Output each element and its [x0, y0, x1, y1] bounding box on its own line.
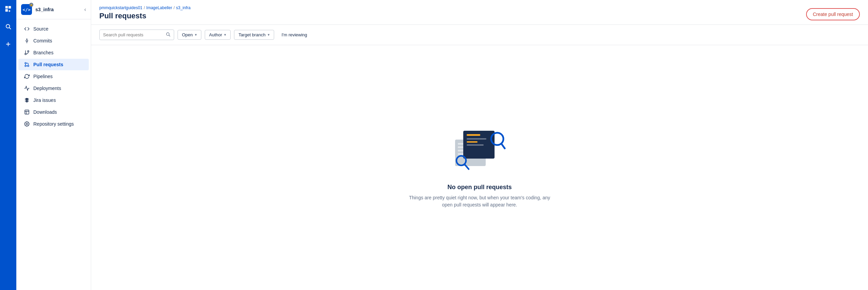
empty-state-description: Things are pretty quiet right now, but w… — [408, 194, 551, 209]
repo-name: s3_infra — [35, 7, 54, 12]
sidebar-item-source-label: Source — [33, 26, 48, 32]
svg-point-4 — [26, 40, 28, 41]
lock-badge: 🔒 — [29, 3, 33, 7]
sidebar-item-commits-label: Commits — [33, 38, 52, 43]
icon-bar — [0, 0, 16, 290]
search-icon[interactable] — [3, 21, 14, 32]
collapse-icon[interactable]: ‹ — [84, 6, 86, 13]
svg-line-1 — [9, 28, 11, 29]
sidebar-item-branches-label: Branches — [33, 50, 53, 55]
reviewing-filter[interactable]: I'm reviewing — [278, 30, 311, 39]
sidebar-item-branches[interactable]: Branches — [18, 47, 89, 58]
svg-rect-14 — [25, 110, 29, 114]
sidebar-nav: Source Commits Branches — [16, 19, 91, 290]
sidebar-item-jira-issues[interactable]: Jira issues — [18, 94, 89, 106]
jira-issues-icon — [24, 97, 30, 103]
sidebar-item-deployments-label: Deployments — [33, 86, 61, 91]
sidebar-item-downloads-label: Downloads — [33, 109, 57, 115]
empty-state: No open pull requests Things are pretty … — [91, 45, 868, 290]
svg-line-19 — [169, 35, 170, 36]
downloads-icon — [24, 109, 30, 115]
breadcrumb-org[interactable]: pmmquickstartguides01 — [99, 5, 143, 10]
illustration-magnifier-large — [488, 131, 506, 152]
sidebar-item-commits[interactable]: Commits — [18, 35, 89, 47]
svg-point-17 — [26, 123, 28, 125]
illustration-magnifier-small — [455, 155, 471, 173]
empty-state-title: No open pull requests — [447, 184, 512, 191]
sidebar-item-pipelines-label: Pipelines — [33, 74, 53, 79]
author-filter-label: Author — [209, 32, 222, 37]
svg-line-21 — [501, 144, 505, 148]
reviewing-filter-label: I'm reviewing — [282, 32, 307, 37]
add-icon[interactable] — [3, 39, 14, 50]
pipelines-icon — [24, 73, 30, 79]
deployments-icon — [24, 85, 30, 91]
branches-icon — [24, 50, 30, 56]
sidebar-item-source[interactable]: Source — [18, 23, 89, 35]
breadcrumb-repo2[interactable]: s3_infra — [176, 5, 190, 10]
repo-icon: </> 🔒 — [21, 4, 32, 15]
status-filter[interactable]: Open ▾ — [178, 30, 201, 40]
search-input[interactable] — [103, 32, 164, 37]
main-content: pmmquickstartguides01 / ImageLabeller / … — [91, 0, 868, 290]
breadcrumb: pmmquickstartguides01 / ImageLabeller / … — [99, 5, 190, 10]
search-icon — [166, 32, 170, 38]
author-filter[interactable]: Author ▾ — [205, 30, 231, 40]
sidebar-header: </> 🔒 s3_infra ‹ — [16, 0, 91, 19]
search-box[interactable] — [99, 30, 174, 40]
sidebar-item-deployments[interactable]: Deployments — [18, 83, 89, 94]
filters-bar: Open ▾ Author ▾ Target branch ▾ I'm revi… — [91, 25, 868, 45]
sidebar-item-repo-settings-label: Repository settings — [33, 121, 74, 127]
author-chevron-icon: ▾ — [224, 33, 226, 37]
source-icon — [24, 26, 30, 32]
create-pull-request-button[interactable]: Create pull request — [806, 8, 860, 20]
sidebar: </> 🔒 s3_infra ‹ Source Commits — [16, 0, 91, 290]
sidebar-item-pull-requests[interactable]: Pull requests — [18, 59, 89, 70]
breadcrumb-sep1: / — [144, 5, 145, 10]
breadcrumb-repo1[interactable]: ImageLabeller — [146, 5, 172, 10]
commits-icon — [24, 38, 30, 44]
status-chevron-icon: ▾ — [195, 33, 197, 37]
pull-requests-icon — [24, 61, 30, 68]
sidebar-item-pipelines[interactable]: Pipelines — [18, 71, 89, 82]
sidebar-item-repo-settings[interactable]: Repository settings — [18, 118, 89, 130]
repo-settings-icon — [24, 121, 30, 127]
sidebar-item-jira-issues-label: Jira issues — [33, 97, 56, 103]
sidebar-item-pull-requests-label: Pull requests — [33, 62, 63, 67]
app-logo[interactable] — [3, 3, 14, 14]
target-branch-filter-label: Target branch — [238, 32, 266, 37]
svg-line-23 — [465, 164, 469, 169]
target-branch-chevron-icon: ▾ — [268, 33, 270, 37]
status-filter-label: Open — [182, 32, 193, 37]
page-title: Pull requests — [99, 12, 190, 20]
sidebar-item-downloads[interactable]: Downloads — [18, 106, 89, 118]
main-header: pmmquickstartguides01 / ImageLabeller / … — [91, 0, 868, 25]
breadcrumb-sep2: / — [173, 5, 174, 10]
target-branch-filter[interactable]: Target branch ▾ — [234, 30, 274, 40]
empty-illustration — [452, 127, 507, 174]
